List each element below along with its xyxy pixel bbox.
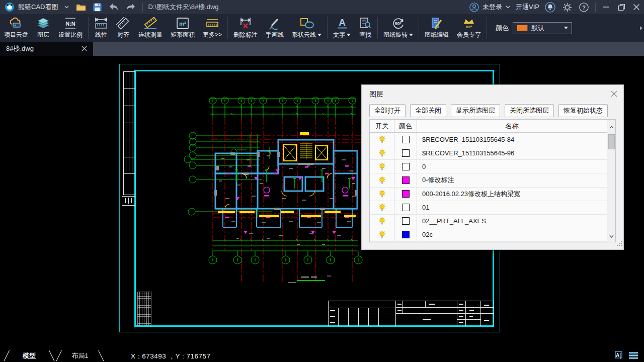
text-recognition-icon[interactable]: A bbox=[615, 351, 624, 362]
legend-table bbox=[137, 292, 151, 326]
layers-scrollbar[interactable] bbox=[607, 120, 615, 242]
toolbar-divider bbox=[327, 17, 328, 39]
toolbar-vip-button[interactable]: VIP 会员专享 bbox=[453, 14, 485, 42]
settings-gear-icon[interactable] bbox=[559, 0, 576, 14]
app-menu-chevron-down-icon[interactable] bbox=[61, 0, 72, 14]
toolbar-overflow-arrow-icon[interactable] bbox=[640, 26, 642, 30]
layer-visibility-bulb-icon[interactable] bbox=[378, 135, 386, 144]
toolbar-project-cloud-button[interactable]: 项目云盘 bbox=[0, 14, 32, 42]
restore-initial-state-button[interactable]: 恢复初始状态 bbox=[558, 104, 608, 117]
layer-row[interactable]: $RECOVER_151103155645-84 bbox=[370, 133, 607, 146]
cursor-coordinates: X : 673493 ，Y : 716757 bbox=[131, 352, 211, 361]
toolbar-delete-annotation-button[interactable]: 删除标注 bbox=[229, 14, 262, 42]
toolbar-revision-cloud-button[interactable]: 形状云线 bbox=[288, 14, 326, 42]
dropdown-caret-icon[interactable] bbox=[347, 34, 351, 36]
app-logo-icon bbox=[5, 3, 14, 12]
toolbar-rect-area-button[interactable]: m² 矩形面积 bbox=[167, 14, 199, 42]
app-name: 熊猫CAD看图 bbox=[18, 3, 58, 12]
close-window-button[interactable] bbox=[629, 0, 644, 14]
toolbar-divider bbox=[419, 17, 419, 39]
layer-visibility-bulb-icon[interactable] bbox=[378, 217, 386, 225]
layer-visibility-bulb-icon[interactable] bbox=[378, 203, 386, 212]
layout1-tab[interactable]: 布局1 bbox=[55, 349, 105, 362]
titlebar-divider bbox=[142, 3, 143, 12]
color-dropdown[interactable]: 默认 bbox=[513, 22, 572, 34]
layer-row[interactable]: 02__PRT_ALL_AXES bbox=[370, 215, 607, 228]
column-color: 颜色 bbox=[394, 122, 417, 131]
layer-visibility-bulb-icon[interactable] bbox=[378, 190, 386, 198]
maximize-restore-button[interactable] bbox=[614, 0, 629, 14]
toolbar-set-scale-button[interactable]: N:N 设置比例 bbox=[54, 14, 87, 42]
dropdown-caret-icon[interactable] bbox=[317, 34, 321, 36]
layer-row[interactable]: $RECOVER_151103155645-96 bbox=[370, 146, 607, 160]
toolbar-aligned-measure-button[interactable]: 对齐 bbox=[112, 14, 134, 42]
model-tab[interactable]: 模型 bbox=[3, 349, 55, 362]
titlebar-divider bbox=[595, 3, 596, 12]
cloud-drive-icon bbox=[9, 17, 24, 30]
layer-color-swatch[interactable] bbox=[402, 163, 410, 170]
layer-visibility-bulb-icon[interactable] bbox=[378, 149, 386, 157]
open-folder-icon[interactable] bbox=[72, 0, 90, 14]
redo-icon[interactable] bbox=[122, 0, 139, 14]
scroll-up-icon[interactable] bbox=[609, 120, 614, 133]
layer-color-swatch[interactable] bbox=[402, 204, 410, 211]
login-status[interactable]: 未登录 bbox=[482, 3, 502, 12]
layer-row[interactable]: 0 bbox=[370, 160, 607, 173]
toolbar-rotate-drawing-button[interactable]: 90° 图纸旋转 bbox=[379, 14, 417, 42]
drawing-edit-icon bbox=[430, 17, 444, 30]
close-all-layers-button[interactable]: 全部关闭 bbox=[410, 104, 446, 117]
login-chevron-down-icon[interactable] bbox=[502, 0, 514, 14]
scroll-down-icon[interactable] bbox=[609, 229, 614, 242]
show-selected-layers-button[interactable]: 显示所选图层 bbox=[451, 104, 500, 117]
svg-text:布局1: 布局1 bbox=[71, 352, 88, 359]
layer-row[interactable]: 01 bbox=[370, 201, 607, 215]
layer-color-swatch[interactable] bbox=[402, 136, 410, 143]
main-toolbar: 项目云盘 图层 N:N 设置比例 线性 对齐 连续测量 m² 矩形面积 更多>>… bbox=[0, 14, 644, 42]
layer-color-swatch[interactable] bbox=[402, 231, 410, 238]
layer-color-swatch[interactable] bbox=[402, 176, 410, 184]
layer-color-swatch[interactable] bbox=[402, 217, 410, 225]
dropdown-caret-icon[interactable] bbox=[409, 34, 413, 36]
document-tab-close-icon[interactable] bbox=[82, 45, 87, 53]
layer-name: 0-修改标注 bbox=[417, 175, 607, 185]
status-menu-icon[interactable] bbox=[629, 352, 638, 361]
minimize-button[interactable] bbox=[599, 0, 614, 14]
save-icon[interactable] bbox=[90, 0, 105, 14]
toolbar-more-button[interactable]: 更多>> bbox=[199, 14, 226, 42]
scrollbar-thumb[interactable] bbox=[608, 134, 615, 149]
toolbar-edit-drawing-button[interactable]: 图纸编辑 bbox=[421, 14, 453, 42]
layer-name: 02__PRT_ALL_AXES bbox=[417, 217, 607, 225]
layer-row[interactable]: 02c bbox=[370, 228, 607, 242]
more-ruler-icon bbox=[205, 17, 220, 30]
toolbar-continuous-measure-button[interactable]: 连续测量 bbox=[134, 14, 167, 42]
frame-left-strip bbox=[122, 71, 135, 205]
layer-visibility-bulb-icon[interactable] bbox=[378, 162, 386, 171]
toolbar-linear-measure-button[interactable]: 线性 bbox=[90, 14, 112, 42]
open-vip-button[interactable]: 开通VIP bbox=[516, 3, 539, 12]
notification-bell-icon[interactable] bbox=[541, 0, 559, 14]
vip-crown-icon: VIP bbox=[461, 17, 476, 30]
open-all-layers-button[interactable]: 全部打开 bbox=[369, 104, 406, 117]
color-value: 默认 bbox=[531, 24, 544, 33]
toolbar-freehand-line-button[interactable]: 手画线 bbox=[262, 14, 288, 42]
layer-color-swatch[interactable] bbox=[402, 149, 410, 157]
close-selected-layers-button[interactable]: 关闭所选图层 bbox=[505, 104, 554, 117]
help-icon[interactable]: ? bbox=[576, 0, 592, 14]
layer-color-swatch[interactable] bbox=[402, 190, 410, 198]
toolbar-layers-button[interactable]: 图层 bbox=[32, 14, 54, 42]
document-tab[interactable]: 8#楼.dwg bbox=[0, 42, 93, 56]
user-account-icon[interactable] bbox=[466, 0, 482, 14]
layer-visibility-bulb-icon[interactable] bbox=[378, 176, 386, 185]
toolbar-divider bbox=[487, 17, 487, 39]
toolbar-find-button[interactable]: 查找 bbox=[355, 14, 376, 42]
panel-resize-grip[interactable] bbox=[617, 239, 622, 248]
toolbar-text-button[interactable]: A 文字 bbox=[329, 14, 355, 42]
layer-row[interactable]: 0-修改标注 bbox=[370, 173, 607, 187]
current-color-swatch bbox=[517, 25, 528, 31]
undo-icon[interactable] bbox=[105, 0, 122, 14]
cad-drawing-canvas[interactable]: 图层 全部打开 全部关闭 显示所选图层 关闭所选图层 恢复初始状态 开关 颜色 … bbox=[0, 56, 644, 350]
svg-text:A: A bbox=[339, 17, 346, 28]
layer-row[interactable]: 000-2016.02.23修改板上结构梁宽 bbox=[370, 188, 607, 201]
layer-visibility-bulb-icon[interactable] bbox=[378, 230, 386, 239]
layers-panel-close-icon[interactable] bbox=[611, 90, 617, 99]
